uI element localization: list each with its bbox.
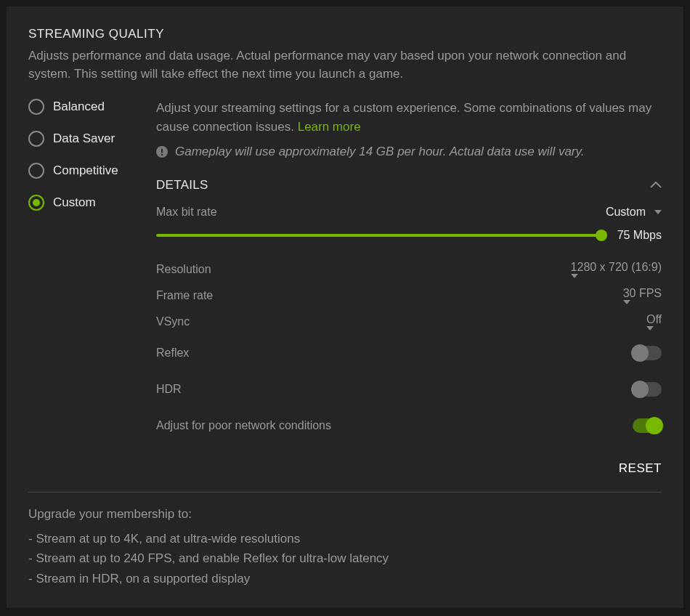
adjust-network-row: Adjust for poor network conditions — [156, 408, 662, 444]
max-bit-rate-value: Custom — [606, 206, 646, 219]
streaming-quality-panel: STREAMING QUALITY Adjusts performance an… — [7, 7, 683, 608]
upgrade-lead: Upgrade your membership to: — [28, 507, 662, 522]
toggle-knob-icon — [631, 381, 649, 398]
radio-competitive[interactable]: Competitive — [28, 163, 131, 179]
learn-more-link[interactable]: Learn more — [298, 120, 361, 134]
upgrade-item: - Stream at up to 240 FPS, and enable Re… — [28, 548, 662, 568]
reflex-row: Reflex — [156, 335, 662, 371]
frame-rate-dropdown[interactable]: 30 FPS — [623, 287, 662, 304]
dropdown-caret-icon — [571, 274, 578, 278]
dropdown-caret-icon — [646, 326, 654, 331]
upgrade-item: - Stream in HDR, on a supported display — [28, 569, 662, 588]
bitrate-slider[interactable] — [156, 234, 601, 237]
details-title: DETAILS — [156, 178, 208, 192]
reflex-label: Reflex — [156, 346, 189, 360]
upgrade-list: - Stream at up to 4K, and at ultra-wide … — [28, 529, 662, 588]
vsync-dropdown[interactable]: Off — [646, 313, 662, 331]
toggle-knob-icon — [631, 344, 649, 362]
radio-circle-icon — [28, 131, 44, 147]
chevron-up-icon — [650, 182, 662, 189]
hdr-toggle[interactable] — [633, 382, 662, 397]
hdr-row: HDR — [156, 371, 662, 408]
upgrade-item: - Stream at up to 4K, and at ultra-wide … — [28, 529, 662, 548]
radio-label: Data Saver — [53, 131, 115, 146]
svg-rect-1 — [161, 149, 163, 153]
slider-thumb-icon[interactable] — [596, 230, 607, 241]
resolution-label: Resolution — [156, 263, 211, 276]
vsync-value: Off — [646, 313, 662, 325]
frame-rate-label: Frame rate — [156, 289, 213, 302]
radio-label: Custom — [53, 195, 96, 210]
max-bit-rate-label: Max bit rate — [156, 206, 217, 219]
reset-button[interactable]: RESET — [619, 461, 662, 476]
divider — [28, 492, 662, 493]
section-description: Adjusts performance and data usage. Actu… — [28, 47, 662, 83]
svg-point-2 — [161, 154, 163, 155]
radio-label: Competitive — [53, 163, 118, 178]
info-icon — [156, 146, 168, 158]
gameplay-info-text: Gameplay will use approximately 14 GB pe… — [175, 145, 584, 159]
bitrate-slider-value: 75 Mbps — [617, 229, 662, 242]
radio-custom[interactable]: Custom — [28, 195, 131, 211]
vsync-label: VSync — [156, 315, 190, 328]
dropdown-caret-icon — [623, 300, 630, 304]
vsync-row: VSync Off — [156, 309, 662, 335]
toggle-knob-icon — [646, 417, 663, 434]
max-bit-rate-row: Max bit rate Custom — [156, 206, 662, 219]
hdr-label: HDR — [156, 383, 182, 396]
frame-rate-value: 30 FPS — [623, 287, 662, 299]
section-title: STREAMING QUALITY — [28, 27, 662, 41]
resolution-row: Resolution 1280 x 720 (16:9) — [156, 256, 662, 283]
radio-balanced[interactable]: Balanced — [28, 99, 131, 115]
radio-circle-icon — [28, 99, 44, 115]
max-bit-rate-dropdown[interactable]: Custom — [606, 206, 662, 219]
radio-data-saver[interactable]: Data Saver — [28, 131, 131, 147]
radio-circle-selected-icon — [28, 195, 44, 211]
radio-dot-icon — [33, 199, 40, 206]
adjust-network-toggle[interactable] — [633, 418, 662, 433]
radio-label: Balanced — [53, 100, 105, 114]
custom-desc-text: Adjust your streaming settings for a cus… — [156, 101, 652, 134]
custom-description: Adjust your streaming settings for a cus… — [156, 99, 662, 136]
gameplay-info-row: Gameplay will use approximately 14 GB pe… — [156, 145, 662, 159]
adjust-network-label: Adjust for poor network conditions — [156, 419, 331, 432]
reflex-toggle[interactable] — [633, 346, 662, 360]
radio-circle-icon — [28, 163, 44, 179]
quality-radio-group: Balanced Data Saver Competitive Custom — [28, 99, 131, 492]
resolution-value: 1280 x 720 (16:9) — [571, 261, 662, 273]
dropdown-caret-icon — [654, 210, 662, 214]
resolution-dropdown[interactable]: 1280 x 720 (16:9) — [571, 261, 662, 278]
details-header[interactable]: DETAILS — [156, 178, 662, 192]
frame-rate-row: Frame rate 30 FPS — [156, 283, 662, 309]
